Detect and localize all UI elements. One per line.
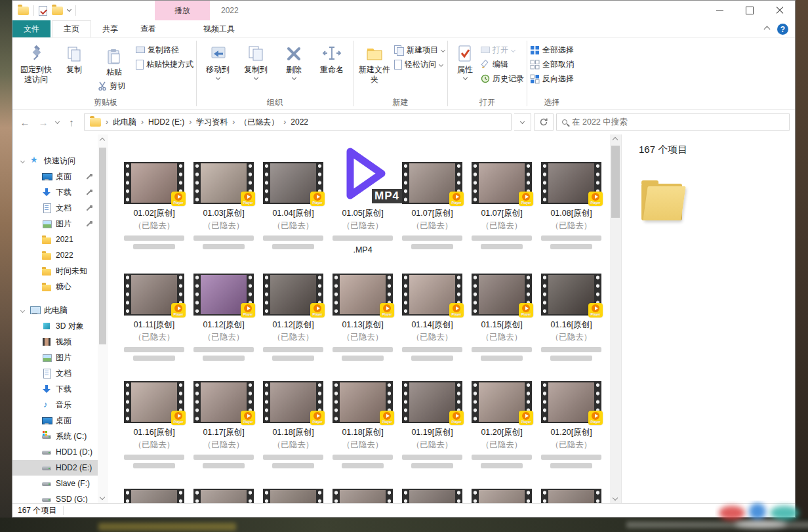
- search-input[interactable]: [572, 117, 784, 127]
- expander-icon[interactable]: [20, 158, 24, 163]
- move-to-button[interactable]: 移动到: [199, 41, 236, 79]
- file-item[interactable]: Player01.04[原创]（已隐去）: [263, 162, 323, 256]
- sidebar-item-hdd2e[interactable]: HDD2 (E:): [12, 460, 98, 476]
- file-item[interactable]: Player01.07[原创]（已隐去）: [472, 162, 532, 256]
- sidebar-item-slavef[interactable]: Slave (F:): [12, 476, 98, 491]
- open-button[interactable]: 打开: [481, 44, 524, 56]
- file-item[interactable]: Player: [541, 489, 601, 503]
- file-item[interactable]: Player01.07[原创]（已隐去）: [402, 162, 462, 256]
- file-item[interactable]: Player01.20[原创]（已隐去）: [472, 381, 532, 472]
- properties-button[interactable]: 属性: [451, 41, 479, 79]
- new-item-button[interactable]: 新建项目: [394, 44, 445, 56]
- minimize-button[interactable]: [704, 1, 735, 20]
- qat-dropdown-icon[interactable]: [67, 7, 71, 12]
- sidebar-item-下载[interactable]: 下载: [12, 184, 98, 200]
- file-item[interactable]: Player: [472, 489, 532, 503]
- properties-icon[interactable]: [39, 6, 47, 16]
- sidebar-item-桌面[interactable]: 桌面: [12, 413, 98, 428]
- easy-access-button[interactable]: 轻松访问: [394, 58, 445, 70]
- scrollbar-thumb[interactable]: [611, 146, 620, 218]
- file-item[interactable]: Player: [124, 489, 184, 503]
- search-box[interactable]: [556, 113, 790, 131]
- breadcrumb[interactable]: ›此电脑›HDD2 (E:)›学习资料›（已隐去）›2022: [84, 113, 512, 131]
- pin-to-quick-access-button[interactable]: 固定到快速访问: [18, 41, 54, 85]
- edit-button[interactable]: 编辑: [481, 58, 524, 70]
- sidebar-item-hdd1d[interactable]: HDD1 (D:): [12, 444, 98, 460]
- breadcrumb-segment[interactable]: （已隐去）: [235, 117, 283, 128]
- copy-path-button[interactable]: 复制路径: [136, 44, 193, 56]
- file-item[interactable]: Player01.12[原创]（已隐去）: [263, 274, 323, 364]
- file-item[interactable]: Player01.20[原创]（已隐去）: [541, 381, 601, 472]
- sidebar-item-图片[interactable]: 图片: [12, 216, 98, 232]
- scrollbar-thumb[interactable]: [99, 148, 106, 344]
- address-dropdown-icon[interactable]: [514, 113, 531, 131]
- back-icon[interactable]: ←: [19, 117, 31, 128]
- new-folder-button[interactable]: 新建文件夹: [356, 41, 393, 85]
- history-button[interactable]: 历史记录: [481, 73, 524, 85]
- sidebar-item-快速访问[interactable]: 快速访问: [12, 153, 98, 169]
- file-item[interactable]: Player01.15[原创]（已隐去）: [472, 274, 532, 364]
- sidebar-item-ssdg[interactable]: SSD (G:): [12, 491, 98, 503]
- forward-icon[interactable]: →: [37, 117, 49, 128]
- sidebar-item-2021[interactable]: 2021: [12, 232, 98, 247]
- sidebar-item-音乐[interactable]: 音乐: [12, 397, 98, 413]
- close-button[interactable]: [765, 1, 795, 20]
- file-item[interactable]: Player01.17[原创]（已隐去）: [193, 381, 254, 472]
- tab-file[interactable]: 文件: [12, 20, 51, 37]
- breadcrumb-segment[interactable]: 2022: [287, 117, 312, 127]
- rename-button[interactable]: 重命名: [313, 41, 350, 75]
- copy-to-button[interactable]: 复制到: [237, 41, 274, 79]
- file-item[interactable]: Player: [333, 489, 393, 503]
- file-item[interactable]: Player: [402, 489, 462, 503]
- file-item[interactable]: Player01.16[原创]（已隐去）: [124, 381, 184, 472]
- sidebar-item-桌面[interactable]: 桌面: [12, 169, 98, 184]
- file-item[interactable]: MP401.05[原创]（已隐去）.MP4: [333, 162, 393, 256]
- expander-icon[interactable]: [20, 308, 24, 312]
- delete-button[interactable]: 删除: [275, 41, 312, 79]
- file-item[interactable]: Player01.18[原创]（已隐去）: [333, 381, 393, 472]
- file-item[interactable]: Player01.16[原创]（已隐去）: [541, 274, 601, 364]
- file-item[interactable]: Player01.08[原创]（已隐去）: [541, 162, 601, 256]
- up-icon[interactable]: ↑: [66, 117, 77, 128]
- breadcrumb-segment[interactable]: HDD2 (E:): [144, 117, 188, 127]
- content-scrollbar[interactable]: [610, 134, 621, 503]
- sidebar-item-图片[interactable]: 图片: [12, 350, 98, 365]
- collapse-ribbon-icon[interactable]: [764, 26, 771, 33]
- file-item[interactable]: Player01.18[原创]（已隐去）: [263, 381, 323, 472]
- paste-shortcut-button[interactable]: 粘贴快捷方式: [136, 58, 193, 70]
- sidebar-item-糖心[interactable]: 糖心: [12, 279, 98, 295]
- contextual-tab-play[interactable]: 播放: [155, 1, 210, 20]
- sidebar-scrollbar[interactable]: [98, 134, 108, 503]
- tab-share[interactable]: 共享: [91, 20, 129, 37]
- scroll-down-icon[interactable]: [613, 495, 618, 501]
- file-item[interactable]: Player01.03[原创]（已隐去）: [193, 162, 254, 256]
- file-item[interactable]: Player01.19[原创]（已隐去）: [402, 381, 462, 472]
- invert-selection-button[interactable]: 反向选择: [530, 73, 574, 85]
- cut-button[interactable]: 剪切: [94, 80, 134, 92]
- recent-locations-icon[interactable]: [55, 119, 60, 123]
- tab-view[interactable]: 查看: [129, 20, 167, 37]
- file-item[interactable]: Player01.13[原创]（已隐去）: [333, 274, 393, 364]
- file-item[interactable]: Player01.02[原创]（已隐去）: [124, 162, 184, 256]
- tab-video-tools[interactable]: 视频工具: [192, 20, 246, 37]
- scroll-down-icon[interactable]: [100, 495, 105, 500]
- scroll-up-icon[interactable]: [100, 138, 105, 143]
- file-item[interactable]: Player01.14[原创]（已隐去）: [402, 274, 462, 364]
- file-item[interactable]: Player: [263, 489, 323, 503]
- breadcrumb-segment[interactable]: 此电脑: [109, 117, 140, 128]
- file-item[interactable]: Player01.11[原创]（已隐去）: [124, 274, 184, 364]
- help-icon[interactable]: ?: [777, 24, 788, 35]
- sidebar-item-此电脑[interactable]: 此电脑: [12, 302, 98, 318]
- sidebar-item-3d对象[interactable]: 3D 对象: [12, 318, 98, 334]
- select-none-button[interactable]: 全部取消: [530, 58, 574, 70]
- breadcrumb-segment[interactable]: 学习资料: [192, 117, 232, 128]
- sidebar-item-时间未知[interactable]: 时间未知: [12, 263, 98, 279]
- select-all-button[interactable]: 全部选择: [530, 44, 574, 56]
- sidebar-item-文档[interactable]: 文档: [12, 200, 98, 216]
- scroll-up-icon[interactable]: [613, 137, 618, 142]
- copy-button[interactable]: 复制: [56, 41, 92, 75]
- new-folder-icon[interactable]: [52, 7, 63, 15]
- sidebar-item-2022[interactable]: 2022: [12, 247, 98, 263]
- sidebar-item-下载[interactable]: 下载: [12, 381, 98, 397]
- sidebar-item-文档[interactable]: 文档: [12, 365, 98, 381]
